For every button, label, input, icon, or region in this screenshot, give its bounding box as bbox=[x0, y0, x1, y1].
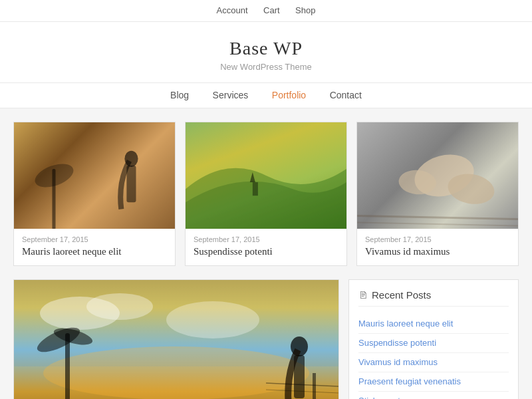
post-card-3-image bbox=[357, 122, 518, 229]
list-item: Mauris laoreet neque elit bbox=[358, 315, 509, 334]
sidebar-post-link-1[interactable]: Mauris laoreet neque elit bbox=[358, 319, 453, 329]
post-card-3-title: Vivamus id maximus bbox=[357, 246, 518, 265]
post-card-2[interactable]: September 17, 2015 Suspendisse potenti bbox=[185, 122, 347, 266]
sidebar-post-link-5[interactable]: Sticky post bbox=[358, 396, 400, 399]
sidebar-recent-posts-list: Mauris laoreet neque elit Suspendisse po… bbox=[358, 315, 509, 399]
nav-contact[interactable]: Contact bbox=[330, 90, 362, 100]
list-item: Praesent feugiat venenatis bbox=[358, 372, 509, 392]
svg-point-13 bbox=[166, 301, 259, 338]
svg-point-14 bbox=[43, 346, 309, 399]
sidebar-post-link-3[interactable]: Vivamus id maximus bbox=[358, 357, 438, 367]
nav-services[interactable]: Services bbox=[213, 90, 249, 100]
post-card-2-date: September 17, 2015 bbox=[186, 229, 346, 246]
site-tagline: New WordPress Theme bbox=[0, 62, 532, 72]
topbar-shop-link[interactable]: Shop bbox=[295, 5, 315, 15]
sidebar-title: 🖹 Recent Posts bbox=[358, 289, 509, 307]
list-item: Vivamus id maximus bbox=[358, 353, 509, 372]
post-card-1[interactable]: September 17, 2015 Mauris laoreet neque … bbox=[13, 122, 176, 266]
post-card-1-title: Mauris laoreet neque elit bbox=[14, 246, 175, 265]
recent-posts-icon: 🖹 bbox=[358, 290, 368, 301]
nav-portfolio[interactable]: Portfolio bbox=[272, 90, 306, 100]
big-post-image bbox=[14, 280, 338, 399]
svg-rect-3 bbox=[126, 166, 136, 202]
topbar-account-link[interactable]: Account bbox=[217, 5, 248, 15]
svg-line-9 bbox=[357, 223, 518, 226]
list-item: Suspendisse potenti bbox=[358, 334, 509, 353]
sidebar-post-link-4[interactable]: Praesent feugiat venenatis bbox=[358, 376, 461, 386]
nav-blog[interactable]: Blog bbox=[170, 90, 189, 100]
svg-rect-4 bbox=[253, 182, 258, 196]
site-header: Base WP New WordPress Theme bbox=[0, 22, 532, 83]
main-content: September 17, 2015 Mauris laoreet neque … bbox=[7, 108, 525, 399]
post-card-1-date: September 17, 2015 bbox=[14, 229, 175, 246]
big-post[interactable] bbox=[13, 279, 339, 399]
svg-rect-20 bbox=[313, 373, 316, 399]
site-title: Base WP bbox=[0, 38, 532, 59]
post-card-2-image bbox=[186, 122, 346, 229]
sidebar-post-link-2[interactable]: Suspendisse potenti bbox=[358, 338, 436, 348]
svg-rect-1 bbox=[52, 169, 55, 229]
svg-line-8 bbox=[357, 216, 518, 219]
post-card-3[interactable]: September 17, 2015 Vivamus id maximus bbox=[356, 122, 519, 266]
top-bar: Account Cart Shop bbox=[0, 0, 532, 22]
list-item: Sticky post bbox=[358, 392, 509, 399]
main-nav: Blog Services Portfolio Contact bbox=[0, 83, 532, 108]
svg-point-12 bbox=[86, 293, 153, 320]
post-card-2-title: Suspendisse potenti bbox=[186, 246, 346, 265]
post-grid-row1: September 17, 2015 Mauris laoreet neque … bbox=[13, 122, 519, 266]
topbar-cart-link[interactable]: Cart bbox=[263, 5, 280, 15]
bottom-row: 🖹 Recent Posts Mauris laoreet neque elit… bbox=[13, 279, 519, 399]
post-card-1-image bbox=[14, 122, 175, 229]
sidebar: 🖹 Recent Posts Mauris laoreet neque elit… bbox=[348, 279, 519, 399]
post-card-3-date: September 17, 2015 bbox=[357, 229, 518, 246]
